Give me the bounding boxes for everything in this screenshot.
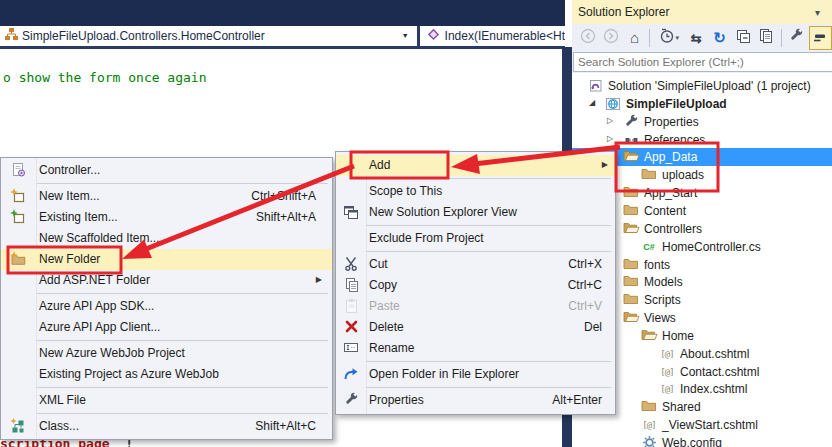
visual-studio-window: SimpleFileUpload.Controllers.HomeControl… — [0, 0, 832, 447]
menu-item-shortcut: Alt+Enter — [552, 393, 602, 407]
solution-icon — [587, 78, 603, 94]
menu-item-class[interactable]: Class...Shift+Alt+C — [1, 416, 332, 437]
tree-item-label: Home — [662, 329, 694, 343]
menu-item-controller[interactable]: Controller... — [1, 160, 332, 181]
cut-icon — [342, 256, 360, 272]
member-dropdown-value: Index(IEnumerable<Ht — [445, 29, 565, 43]
menu-item-cut[interactable]: CutCtrl+X — [336, 254, 615, 275]
delete-icon — [342, 319, 360, 335]
menu-item-azure-api-app-sdk[interactable]: Azure API App SDK... — [1, 296, 332, 317]
menu-item-open-folder-in-file-explorer[interactable]: Open Folder in File Explorer — [336, 364, 615, 385]
tree-item-label: Properties — [644, 115, 699, 129]
menu-item-new-azure-webjob-project[interactable]: New Azure WebJob Project — [1, 343, 332, 364]
home-button[interactable]: ⌂ — [623, 26, 646, 50]
home-icon: ⌂ — [630, 29, 639, 47]
context-menu: Add▶Scope to ThisNew Solution Explorer V… — [335, 151, 616, 415]
menu-item-label: Azure API App SDK... — [39, 299, 154, 313]
tree-item-properties[interactable]: ▷Properties — [572, 113, 832, 131]
tree-item-viewstart-cshtml[interactable]: [@]_ViewStart.cshtml — [572, 416, 832, 434]
class-icon — [4, 27, 18, 45]
tree-item-label: fonts — [644, 258, 670, 272]
menu-item-shortcut: Shift+Alt+A — [256, 210, 316, 224]
forward-button[interactable] — [599, 26, 622, 50]
expanded-arrow-icon[interactable]: ◢ — [589, 98, 595, 107]
tree-item-label: Index.cshtml — [680, 382, 747, 396]
menu-item-xml-file[interactable]: XML File — [1, 390, 332, 411]
menu-item-existing-item[interactable]: Existing Item...Shift+Alt+A — [1, 207, 332, 228]
menu-item-copy[interactable]: CopyCtrl+C — [336, 275, 615, 296]
collapse-all-button[interactable] — [731, 26, 754, 50]
tree-item-label: HomeController.cs — [662, 240, 761, 254]
properties-wrench-button[interactable] — [785, 26, 808, 50]
dropdown-caret-icon[interactable]: ▼ — [402, 32, 409, 39]
refresh-button[interactable]: ↻ — [708, 26, 731, 50]
menu-item-delete[interactable]: DeleteDel — [336, 317, 615, 338]
collapse-all-icon — [735, 28, 751, 48]
window-position-caret-icon[interactable]: ▾ — [815, 7, 832, 18]
tree-item-label: Scripts — [644, 293, 681, 307]
method-icon — [426, 27, 440, 45]
solution-explorer-title-bar[interactable]: Solution Explorer ▾ — [572, 0, 832, 25]
class-icon — [9, 418, 27, 434]
preview-selected-items-button[interactable] — [809, 26, 832, 50]
properties-pages-button[interactable] — [755, 26, 778, 50]
tree-item-label: App_Data — [644, 150, 697, 164]
menu-item-properties[interactable]: PropertiesAlt+Enter — [336, 390, 615, 411]
tree-item-simplefileupload[interactable]: ◢SimpleFileUpload — [572, 95, 832, 113]
dropdown-caret-icon: ▾ — [676, 34, 680, 42]
tree-item-label: Contact.cshtml — [680, 365, 759, 379]
tree-item-solution-simplefileupload-1-project[interactable]: Solution 'SimpleFileUpload' (1 project) — [572, 77, 832, 95]
menu-item-label: Rename — [369, 341, 414, 355]
razor-icon: [@] — [659, 346, 675, 362]
menu-item-existing-project-as-azure-webjob[interactable]: Existing Project as Azure WebJob — [1, 364, 332, 385]
tree-item-label: About.cshtml — [680, 347, 749, 361]
solution-explorer-toolbar: ⌂▾⇆↻ — [572, 24, 832, 51]
menu-item-add[interactable]: Add▶ — [336, 155, 615, 176]
menu-item-rename[interactable]: Rename — [336, 338, 615, 359]
solution-explorer-title: Solution Explorer — [572, 5, 815, 19]
folder-open-icon — [641, 328, 657, 344]
menu-item-label: Class... — [39, 419, 79, 433]
menu-item-shortcut: Ctrl+C — [568, 278, 602, 292]
editor-navigation-bar: SimpleFileUpload.Controllers.HomeControl… — [0, 26, 565, 49]
tree-item-label: App_Start — [644, 186, 697, 200]
references-icon — [623, 132, 639, 148]
razor-icon: [@] — [659, 364, 675, 380]
tree-item-label: uploads — [662, 168, 704, 182]
menu-item-label: Controller... — [39, 163, 100, 177]
back-icon — [580, 28, 596, 48]
pending-changes-filter-button[interactable]: ▾ — [653, 26, 684, 50]
paste-icon — [342, 298, 360, 314]
menu-item-new-folder[interactable]: New Folder — [1, 249, 332, 270]
collapsed-arrow-icon[interactable]: ▷ — [607, 134, 613, 143]
new-folder-icon — [9, 251, 27, 267]
preview-selected-items-icon — [812, 28, 828, 48]
forward-icon — [603, 28, 619, 48]
menu-item-new-scaffolded-item[interactable]: New Scaffolded Item... — [1, 228, 332, 249]
search-input[interactable] — [573, 52, 832, 72]
project-icon — [605, 96, 621, 112]
search-box-wrap — [572, 51, 832, 73]
rename-icon — [342, 340, 360, 356]
menu-item-scope-to-this[interactable]: Scope to This — [336, 181, 615, 202]
folder-icon — [623, 203, 639, 219]
menu-item-label: New Item... — [39, 189, 100, 203]
menu-item-new-item[interactable]: New Item...Ctrl+Shift+A — [1, 186, 332, 207]
toolbar-separator — [649, 29, 650, 47]
member-dropdown[interactable]: Index(IEnumerable<Ht — [420, 26, 565, 46]
tree-item-web-config[interactable]: Web.config — [572, 434, 832, 447]
menu-item-paste[interactable]: PasteCtrl+V — [336, 296, 615, 317]
collapsed-arrow-icon[interactable]: ▷ — [607, 116, 613, 125]
menu-item-exclude-from-project[interactable]: Exclude From Project — [336, 228, 615, 249]
menu-item-shortcut: Ctrl+V — [568, 299, 602, 313]
class-dropdown[interactable]: SimpleFileUpload.Controllers.HomeControl… — [0, 26, 417, 46]
menu-item-label: XML File — [39, 393, 86, 407]
menu-item-add-asp-net-folder[interactable]: Add ASP.NET Folder▶ — [1, 270, 332, 291]
tree-item-references[interactable]: ▷References — [572, 131, 832, 149]
menu-item-azure-api-app-client[interactable]: Azure API App Client... — [1, 317, 332, 338]
properties-icon — [342, 392, 360, 408]
sync-with-active-document-button[interactable]: ⇆ — [684, 26, 707, 50]
menu-item-label: New Scaffolded Item... — [39, 231, 160, 245]
menu-item-new-solution-explorer-view[interactable]: New Solution Explorer View — [336, 202, 615, 223]
back-button[interactable] — [576, 26, 599, 50]
